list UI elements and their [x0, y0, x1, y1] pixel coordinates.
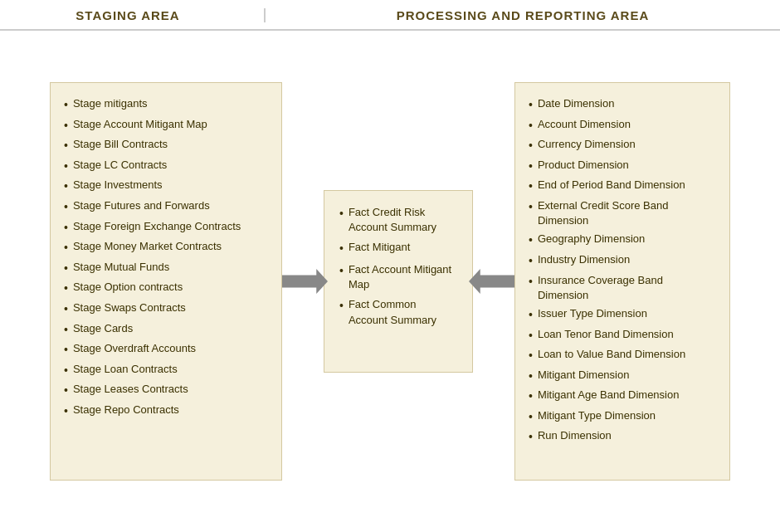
staging-list-item: Stage Overdraft Accounts — [64, 339, 268, 360]
staging-box: Stage mitigantsStage Account Mitigant Ma… — [50, 82, 282, 481]
dimensions-list-item: Product Dimension — [529, 156, 716, 177]
dimensions-list-item: Run Dimension — [529, 427, 716, 447]
dimensions-list-item: Geography Dimension — [529, 230, 716, 251]
staging-list-item: Stage Loan Contracts — [64, 360, 268, 381]
staging-list-item: Stage Foreign Exchange Contracts — [64, 217, 268, 238]
staging-list-item: Stage Bill Contracts — [64, 135, 268, 156]
staging-list-item: Stage Account Mitigant Map — [64, 115, 268, 136]
main-content: Stage mitigantsStage Account Mitigant Ma… — [0, 31, 780, 532]
fact-box: Fact Credit Risk Account SummaryFact Mit… — [324, 190, 473, 373]
page: STAGING AREA PROCESSING AND REPORTING AR… — [0, 0, 780, 532]
left-arrow-icon — [469, 269, 514, 294]
fact-list-item: Fact Credit Risk Account Summary — [339, 203, 457, 237]
fact-list-item: Fact Account Mitigant Map — [339, 260, 457, 295]
processing-header: PROCESSING AND REPORTING AREA — [266, 8, 780, 22]
fact-list-item: Fact Mitigant — [339, 237, 457, 260]
staging-list-item: Stage Investments — [64, 176, 268, 197]
staging-list-item: Stage Swaps Contracts — [64, 299, 268, 320]
dimensions-list-item: Insurance Coverage Band Dimension — [529, 271, 716, 305]
dimensions-list-item: External Credit Score Band Dimension — [529, 197, 716, 230]
dimensions-list-item: Industry Dimension — [529, 251, 716, 271]
staging-list-item: Stage Option contracts — [64, 278, 268, 299]
staging-list: Stage mitigantsStage Account Mitigant Ma… — [64, 95, 268, 422]
dimensions-list-item: Loan to Value Band Dimension — [529, 345, 716, 366]
staging-list-item: Stage LC Contracts — [64, 156, 268, 177]
dimensions-box: Date DimensionAccount DimensionCurrency … — [514, 82, 730, 481]
staging-list-item: Stage Cards — [64, 320, 268, 340]
right-arrow-icon — [282, 269, 328, 294]
staging-list-item: Stage Futures and Forwards — [64, 197, 268, 217]
header-row: STAGING AREA PROCESSING AND REPORTING AR… — [0, 0, 780, 31]
dimensions-list-item: Mitigant Type Dimension — [529, 407, 716, 427]
dimensions-list-item: Issuer Type Dimension — [529, 305, 716, 325]
fact-list-item: Fact Common Account Summary — [339, 295, 457, 329]
dimensions-list-item: Account Dimension — [529, 115, 716, 136]
staging-list-item: Stage Mutual Funds — [64, 258, 268, 279]
staging-list-item: Stage Money Market Contracts — [64, 237, 268, 258]
left-arrow-container — [469, 269, 514, 294]
staging-list-item: Stage Repo Contracts — [64, 401, 268, 422]
dimensions-list-item: Loan Tenor Band Dimension — [529, 325, 716, 346]
dimensions-list-item: Date Dimension — [529, 95, 716, 115]
right-arrow-container — [282, 269, 328, 294]
dimensions-list-item: Mitigant Dimension — [529, 366, 716, 387]
staging-list-item: Stage mitigants — [64, 95, 268, 115]
dimensions-list-item: Currency Dimension — [529, 135, 716, 156]
dimensions-list-item: Mitigant Age Band Dimension — [529, 386, 716, 407]
fact-list: Fact Credit Risk Account SummaryFact Mit… — [339, 203, 457, 330]
dimensions-list-item: End of Period Band Dimension — [529, 176, 716, 197]
dimensions-list: Date DimensionAccount DimensionCurrency … — [529, 95, 716, 447]
staging-header: STAGING AREA — [0, 8, 266, 22]
staging-list-item: Stage Leases Contracts — [64, 380, 268, 401]
